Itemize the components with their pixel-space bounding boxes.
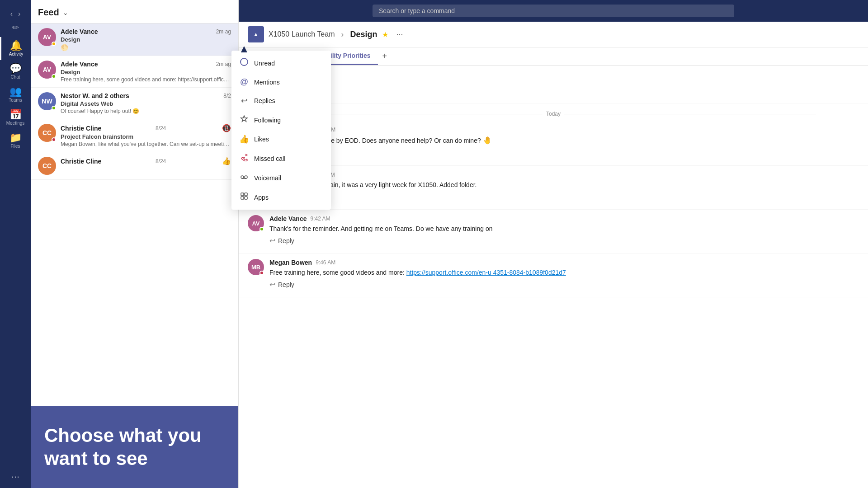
unread-icon <box>239 58 250 68</box>
reply-label: Reply <box>278 237 294 244</box>
timestamp: 8/24 <box>156 125 166 131</box>
search-placeholder: Search or type a command <box>379 7 455 14</box>
reply-button[interactable]: ↩ Reply <box>269 146 859 160</box>
filter-label-following: Following <box>254 117 281 124</box>
filter-label-replies: Replies <box>254 97 275 104</box>
message-sender: Megan Bowen <box>269 259 312 266</box>
date-divider: Today <box>239 103 868 121</box>
message-time: 9:46 AM <box>316 259 335 266</box>
sidebar: ‹ › ✏ 🔔 Activity 💬 Chat 👥 Teams 📅 <box>0 0 31 488</box>
channel-name: Design <box>61 36 231 43</box>
reply-button[interactable]: ↩ Reply <box>269 277 859 291</box>
filter-label-mentions: Mentions <box>254 79 280 86</box>
replies-icon: ↩ <box>239 96 250 106</box>
timestamp: 2m ag <box>216 61 231 67</box>
message-text: Free training here, some good videos and… <box>269 268 859 277</box>
new-chat-button[interactable]: ✏ <box>12 23 19 33</box>
dropdown-arrow-icon: ▲ <box>239 42 250 55</box>
list-item[interactable]: CC Christie Cline 8/24 📵 Project Falcon … <box>31 119 238 152</box>
message-block: JJ JJ ↩ Reply <box>239 66 868 103</box>
channel-name: Design <box>350 30 377 39</box>
list-item[interactable]: AV Adele Vance 2m ag Design 🌕 <box>31 23 238 56</box>
status-indicator <box>52 106 56 110</box>
filter-option-missed-call[interactable]: Missed call <box>231 149 331 168</box>
promo-banner: Choose what you want to see <box>31 406 238 488</box>
status-dot-available <box>259 227 264 231</box>
filter-option-voicemail[interactable]: Voicemail <box>231 168 331 188</box>
reply-arrow-icon: ↩ <box>269 280 275 289</box>
message-text: Thank's for the reminder. And getting me… <box>269 224 859 234</box>
list-item[interactable]: AV Adele Vance 2m ag Design Free trainin… <box>31 56 238 88</box>
nav-forward-button[interactable]: › <box>16 8 22 20</box>
quoted-text: JJ <box>269 71 859 84</box>
filter-label-unread: Unread <box>254 60 275 67</box>
filter-label-missed-call: Missed call <box>254 155 285 162</box>
sidebar-item-meetings[interactable]: 📅 Meetings <box>0 106 31 129</box>
filter-label-apps: Apps <box>254 194 269 201</box>
filter-label-voicemail: Voicemail <box>254 174 281 182</box>
status-indicator <box>52 137 56 142</box>
reply-label: Reply <box>278 281 294 288</box>
search-bar[interactable]: Search or type a command <box>373 5 734 17</box>
avatar: AV <box>38 61 56 79</box>
message-preview: Megan Bowen, like what you've put togeth… <box>61 141 231 147</box>
timestamp: 2m ag <box>216 28 231 35</box>
message-time: 9:42 AM <box>311 216 330 222</box>
missed-call-icon <box>239 153 250 164</box>
meetings-icon: 📅 <box>9 110 22 120</box>
activity-icon: 🔔 <box>10 41 22 51</box>
sidebar-item-teams[interactable]: 👥 Teams <box>0 83 31 106</box>
avatar: MB <box>248 259 264 275</box>
feed-dropdown-button[interactable]: ⌄ <box>63 9 68 16</box>
following-icon <box>239 115 250 125</box>
filter-option-apps[interactable]: Apps <box>231 188 331 207</box>
more-button[interactable]: ··· <box>11 465 19 488</box>
channel-tabs: Posts Files Usability Priorities + <box>239 47 868 66</box>
svg-rect-7 <box>245 193 247 196</box>
likes-icon: 👍 <box>239 134 250 144</box>
message-text: Mine's done. Then again, it was a very l… <box>269 180 859 190</box>
main-content: Search or type a command ▲ X1050 Launch … <box>239 0 868 488</box>
sender-name: Nestor W. and 2 others <box>61 92 129 99</box>
top-bar: Search or type a command <box>239 0 868 22</box>
filter-option-following[interactable]: Following <box>231 110 331 130</box>
add-tab-button[interactable]: + <box>379 48 391 65</box>
filter-option-mentions[interactable]: @ Mentions <box>231 73 331 91</box>
list-item[interactable]: CC Christie Cline 8/24 👍 <box>31 152 238 180</box>
svg-point-0 <box>241 58 248 66</box>
status-indicator <box>52 74 56 79</box>
reply-button[interactable]: ↩ Reply <box>269 190 859 204</box>
missed-call-icon: 📵 <box>222 124 231 132</box>
sidebar-item-files[interactable]: 📁 Files <box>0 129 31 152</box>
sidebar-item-chat[interactable]: 💬 Chat <box>0 60 31 83</box>
star-icon[interactable]: ★ <box>382 30 388 39</box>
message-preview: 🌕 <box>61 44 231 51</box>
message-preview: Free training here, some good videos and… <box>61 76 231 83</box>
teams-icon: 👥 <box>9 87 22 97</box>
reply-button[interactable]: ↩ Reply <box>269 84 859 98</box>
chat-icon: 💬 <box>9 64 22 74</box>
svg-rect-9 <box>245 197 247 199</box>
list-item[interactable]: NW Nestor W. and 2 others 8/2 Digital As… <box>31 88 238 119</box>
message-text: Status Reports are due by EOD. Does anyo… <box>269 135 859 146</box>
sidebar-item-activity[interactable]: 🔔 Activity <box>0 37 31 60</box>
reply-button[interactable]: ↩ Reply <box>269 234 859 248</box>
message-link[interactable]: https://support.office.com/en-u 4351-808… <box>406 269 566 276</box>
avatar: AV <box>38 28 56 46</box>
channel-more-button[interactable]: ··· <box>396 30 403 39</box>
messages-area: JJ JJ ↩ Reply Today MB <box>239 66 868 488</box>
svg-rect-8 <box>241 197 244 199</box>
voicemail-icon <box>239 173 250 183</box>
avatar: CC <box>38 124 56 142</box>
message-sender: Adele Vance <box>269 215 307 222</box>
files-icon: 📁 <box>9 133 22 143</box>
nav-back-button[interactable]: ‹ <box>9 8 14 20</box>
filter-option-unread[interactable]: Unread <box>231 53 331 73</box>
status-dot-busy <box>259 271 264 275</box>
message-block: JS Joni Sherman 9:39 AM Mine's done. The… <box>239 166 868 210</box>
sender-name: Adele Vance <box>61 61 98 68</box>
channel-header: ▲ X1050 Launch Team › Design ★ ··· <box>239 22 868 47</box>
filter-option-replies[interactable]: ↩ Replies <box>231 91 331 110</box>
filter-label-likes: Likes <box>254 136 269 143</box>
filter-option-likes[interactable]: 👍 Likes <box>231 130 331 149</box>
